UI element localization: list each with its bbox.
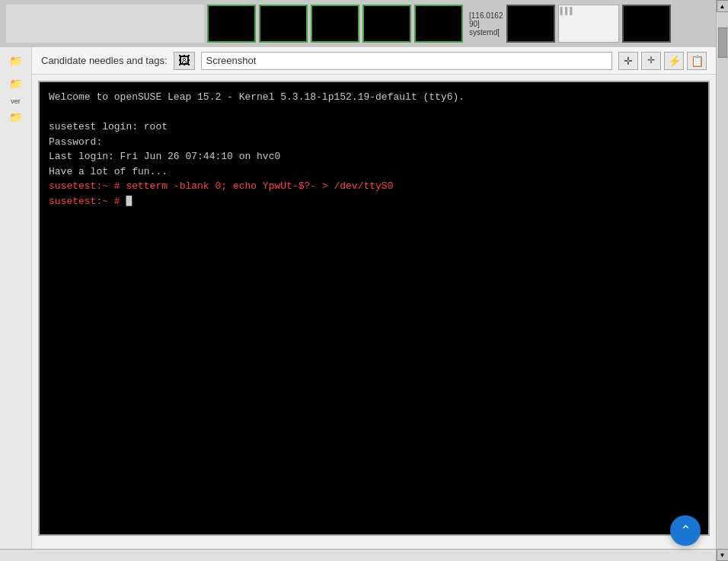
scroll-thumb[interactable] — [718, 27, 727, 58]
thumbnail-item-5[interactable] — [414, 5, 463, 43]
thumbnail-item-4[interactable] — [362, 5, 411, 43]
center-panel: Candidate needles and tags: 🖼 ✛ ✛ ⚡ 📋 — [32, 47, 716, 561]
scroll-to-top-fab[interactable]: ⌃ — [670, 515, 701, 546]
terminal-wrapper: Welcome to openSUSE Leap 15.2 - Kernel 5… — [38, 81, 710, 536]
candidate-input[interactable] — [201, 52, 612, 70]
scroll-track[interactable] — [717, 12, 728, 549]
candidate-image-button[interactable]: 🖼 — [174, 52, 195, 70]
terminal-line-6: Have a lot of fun... — [49, 164, 699, 180]
sidebar-icon-folder-1[interactable]: 📁 — [4, 50, 28, 72]
lightning-icon: ⚡ — [668, 55, 681, 67]
thumbnail-item-3[interactable] — [311, 5, 359, 43]
terminal[interactable]: Welcome to openSUSE Leap 15.2 - Kernel 5… — [40, 82, 708, 534]
image-icon: 🖼 — [178, 54, 190, 68]
toolbar-buttons: ✛ ✛ ⚡ 📋 — [618, 52, 707, 70]
sidebar-icon-folder-2[interactable]: 📁 — [4, 73, 28, 94]
main-content: 📁 📁 ver 📁 Candidate needles and tags: 🖼 … — [0, 47, 716, 561]
terminal-line-3: susetest login: root — [49, 120, 699, 135]
sidebar-icon-folder-3[interactable]: 📁 — [4, 107, 28, 128]
terminal-line-5: Last login: Fri Jun 26 07:44:10 on hvc0 — [49, 149, 699, 164]
thumbnail-item-1[interactable] — [207, 5, 256, 43]
toolbar-btn-add-tag[interactable]: ✛ — [618, 52, 638, 70]
thumbnail-item-7[interactable]: ▌▌▌ — [558, 5, 619, 43]
thumbnail-item-6[interactable] — [506, 5, 555, 43]
sidebar-ver-label: ver — [11, 97, 21, 105]
terminal-line-2 — [49, 105, 699, 120]
side-info: [116.0162 90] systemd[ — [469, 11, 503, 37]
thumb-spacer — [6, 5, 204, 43]
candidate-label: Candidate needles and tags: — [41, 55, 168, 66]
toolbar-btn-add-needle[interactable]: ✛ — [641, 52, 661, 70]
scroll-down-arrow[interactable]: ▼ — [717, 549, 729, 561]
add-needle-icon: ✛ — [647, 55, 655, 66]
scrollbar-bottom[interactable] — [0, 549, 716, 561]
toolbar-btn-lightning[interactable]: ⚡ — [664, 52, 684, 70]
thumbnail-item-2[interactable] — [259, 5, 308, 43]
chevron-up-icon: ⌃ — [680, 522, 691, 539]
thumbnail-item-8[interactable] — [622, 5, 671, 43]
toolbar-btn-clipboard[interactable]: 📋 — [687, 52, 707, 70]
thumbnail-strip: [116.0162 90] systemd[ ▌▌▌ — [0, 0, 728, 47]
add-tag-icon: ✛ — [624, 55, 633, 67]
left-sidebar: 📁 📁 ver 📁 — [0, 47, 32, 561]
clipboard-icon: 📋 — [691, 55, 704, 67]
terminal-line-1: Welcome to openSUSE Leap 15.2 - Kernel 5… — [49, 90, 699, 105]
scroll-up-arrow[interactable]: ▲ — [717, 0, 729, 12]
terminal-line-8: susetest:~ # █ — [49, 194, 699, 209]
candidate-bar: Candidate needles and tags: 🖼 ✛ ✛ ⚡ 📋 — [32, 47, 716, 75]
terminal-line-4: Password: — [49, 135, 699, 150]
terminal-line-7: susetest:~ # setterm -blank 0; echo YpwU… — [49, 179, 699, 194]
scrollbar-right: ▲ ▼ — [716, 0, 728, 561]
